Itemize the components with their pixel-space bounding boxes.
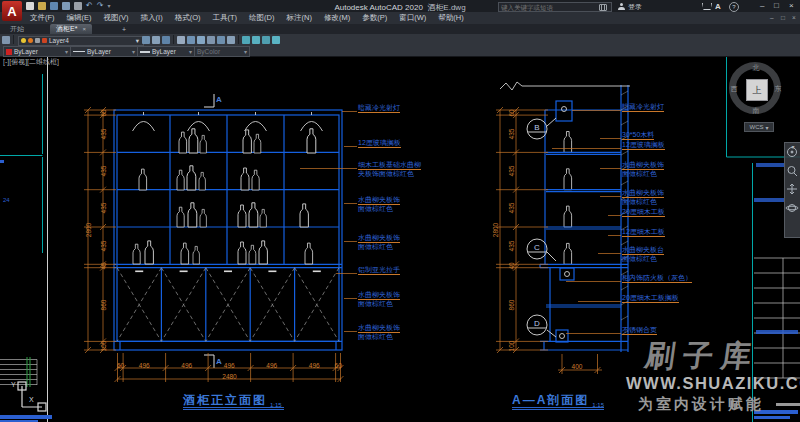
doc-restore-button[interactable]: □ bbox=[781, 14, 785, 21]
color-dropdown[interactable]: ByLayer ▾ bbox=[3, 46, 71, 57]
dim-label: 435 bbox=[100, 203, 107, 214]
layer-state-icon[interactable] bbox=[242, 36, 250, 44]
annotation: 不锈钢合页 bbox=[622, 326, 657, 335]
menu-edit[interactable]: 编辑(E) bbox=[67, 13, 92, 23]
open-file-icon[interactable] bbox=[38, 2, 46, 10]
bottles bbox=[133, 129, 572, 264]
menu-window[interactable]: 窗口(W) bbox=[399, 13, 426, 23]
tab-start[interactable]: 开始 bbox=[4, 24, 30, 34]
section-cut-marker-top: A bbox=[216, 95, 222, 104]
viewcube-north[interactable]: 北 bbox=[753, 63, 760, 73]
doc-minimize-button[interactable]: – bbox=[770, 14, 774, 21]
layer-thaw-sun-icon[interactable] bbox=[28, 38, 33, 43]
menu-dimension[interactable]: 标注(N) bbox=[287, 13, 312, 23]
ucs-y-label: Y bbox=[11, 381, 16, 388]
doc-close-button[interactable]: × bbox=[792, 14, 796, 21]
layer-tool-icon[interactable] bbox=[217, 36, 225, 44]
linetype-dropdown-icon[interactable]: ▾ bbox=[132, 48, 135, 55]
menu-draw[interactable]: 绘图(D) bbox=[249, 13, 274, 23]
save-as-icon[interactable] bbox=[62, 2, 70, 10]
new-tab-button[interactable]: + bbox=[116, 24, 132, 34]
menu-parametric[interactable]: 参数(P) bbox=[362, 13, 387, 23]
lineweight-dropdown-icon[interactable]: ▾ bbox=[189, 48, 192, 55]
left-fragment-blue-text-bar bbox=[0, 415, 52, 419]
layer-tool-icon[interactable] bbox=[152, 36, 160, 44]
menu-modify[interactable]: 修改(M) bbox=[324, 13, 350, 23]
viewport-controls[interactable]: [-][俯视][二维线框] bbox=[3, 57, 59, 67]
viewcube-face[interactable]: 上 bbox=[746, 79, 768, 101]
elevation-title: 酒柜正立面图1:15 bbox=[183, 392, 282, 409]
lineweight-sample bbox=[140, 51, 150, 53]
dim-label: 40 bbox=[100, 262, 107, 269]
wcs-dropdown[interactable]: WCS▾ bbox=[744, 122, 774, 132]
tab-close-icon[interactable]: × bbox=[82, 26, 86, 32]
signin-person-icon[interactable] bbox=[618, 3, 625, 10]
layer-dropdown[interactable]: Layer4 ▾ bbox=[18, 36, 144, 46]
plot-icon[interactable] bbox=[74, 2, 82, 10]
annotation: 水曲柳夹板饰面做棕红色 bbox=[358, 291, 400, 307]
layer-state-icon[interactable] bbox=[272, 36, 280, 44]
menu-help[interactable]: 帮助(H) bbox=[438, 13, 463, 23]
close-button[interactable]: × bbox=[789, 1, 794, 10]
layer-tool-icon[interactable] bbox=[177, 36, 185, 44]
search-input[interactable] bbox=[499, 4, 599, 11]
annotation: 20厘细木工板搁板 bbox=[622, 294, 679, 303]
dim-label: 496 bbox=[309, 361, 320, 368]
viewcube-east[interactable]: 东 bbox=[775, 84, 782, 94]
plotstyle-dropdown: ByColor ▾ bbox=[194, 46, 250, 57]
viewcube-south[interactable]: 南 bbox=[753, 106, 760, 116]
pan-icon bbox=[787, 184, 797, 194]
elevation-drawing bbox=[114, 94, 342, 368]
dim-label: 60 bbox=[117, 361, 124, 368]
redo-icon[interactable]: ↷ bbox=[97, 2, 104, 10]
layer-lock-icon[interactable] bbox=[35, 38, 40, 43]
navigation-bar[interactable]: ▾ bbox=[784, 142, 800, 238]
menu-format[interactable]: 格式(O) bbox=[175, 13, 201, 23]
layer-tool-icon[interactable] bbox=[162, 36, 170, 44]
layer-tool-icon[interactable] bbox=[207, 36, 215, 44]
right-fragment-blue-text-bar bbox=[754, 416, 790, 419]
menu-file[interactable]: 文件(F) bbox=[30, 13, 55, 23]
autodesk-a-icon[interactable]: A bbox=[715, 2, 721, 11]
layer-on-bulb-icon[interactable] bbox=[21, 38, 26, 43]
dim-label: 435 bbox=[100, 128, 107, 139]
signin-label[interactable]: 登录 bbox=[628, 2, 642, 12]
viewcube-west[interactable]: 西 bbox=[731, 84, 738, 94]
qat-dropdown-icon[interactable]: ▾ bbox=[107, 2, 110, 10]
search-icon[interactable] bbox=[599, 4, 607, 10]
search-box[interactable] bbox=[498, 2, 612, 12]
navigation-bar-icons[interactable] bbox=[785, 143, 799, 223]
color-dropdown-icon[interactable]: ▾ bbox=[65, 48, 68, 55]
layer-dropdown-icon[interactable]: ▾ bbox=[134, 36, 141, 45]
linetype-dropdown[interactable]: ByLayer ▾ bbox=[70, 46, 138, 57]
menu-tools[interactable]: 工具(T) bbox=[213, 13, 238, 23]
dim-label: 496 bbox=[266, 361, 277, 368]
layer-state-icon[interactable] bbox=[252, 36, 260, 44]
linetype-sample bbox=[73, 51, 85, 52]
layer-state-icon[interactable] bbox=[262, 36, 270, 44]
undo-icon[interactable]: ↶ bbox=[86, 2, 93, 10]
watermark-slogan: 为室内设计赋能 bbox=[638, 395, 764, 414]
minimize-button[interactable]: – bbox=[760, 1, 764, 10]
app-store-cart-icon[interactable] bbox=[702, 3, 712, 10]
layer-tool-icon[interactable] bbox=[227, 36, 235, 44]
current-layer-name: Layer4 bbox=[49, 37, 69, 44]
layer-tool-icon[interactable] bbox=[142, 36, 150, 44]
dim-label: 860 bbox=[508, 299, 515, 310]
save-icon[interactable] bbox=[50, 2, 58, 10]
dim-label: 40 bbox=[508, 262, 515, 269]
maximize-button[interactable]: □ bbox=[774, 1, 779, 10]
menu-insert[interactable]: 插入(I) bbox=[141, 13, 163, 23]
app-logo-icon[interactable]: A bbox=[2, 1, 22, 21]
lineweight-dropdown[interactable]: ByLayer ▾ bbox=[137, 46, 195, 57]
annotation: 20厘细木工板 bbox=[622, 208, 665, 217]
tab-drawing[interactable]: 酒柜E* × bbox=[50, 24, 92, 34]
menu-view[interactable]: 视图(V) bbox=[104, 13, 129, 23]
detail-marker-b: B bbox=[534, 123, 539, 132]
layer-color-swatch[interactable] bbox=[42, 38, 47, 43]
layer-properties-icon[interactable] bbox=[2, 36, 10, 44]
new-file-icon[interactable] bbox=[26, 2, 34, 10]
help-icon[interactable]: ? bbox=[729, 2, 739, 12]
layer-tool-icon[interactable] bbox=[187, 36, 195, 44]
layer-tool-icon[interactable] bbox=[197, 36, 205, 44]
